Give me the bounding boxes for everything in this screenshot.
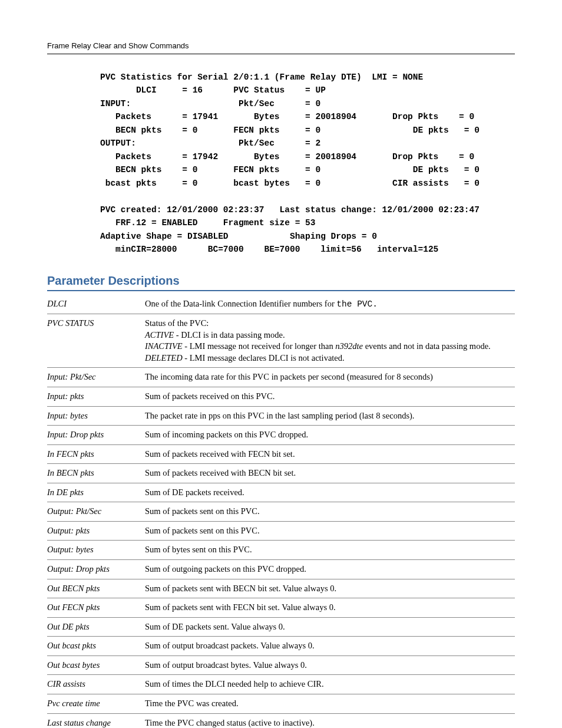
param-description: Time the PVC was created.: [145, 694, 515, 713]
param-name: Out BECN pkts: [47, 579, 145, 598]
param-description: Sum of packets sent with BECN bit set. V…: [145, 579, 515, 598]
param-name: In BECN pkts: [47, 464, 145, 483]
parameter-table: DLCIOne of the Data-link Connection Iden…: [47, 295, 515, 728]
code-line: BECN pkts = 0 FECN pkts = 0 DE pkts = 0: [100, 126, 480, 135]
running-head: Frame Relay Clear and Show Commands: [47, 41, 515, 54]
table-row: Out FECN pktsSum of packets sent with FE…: [47, 598, 515, 618]
table-row: Out bcast pktsSum of output broadcast pa…: [47, 637, 515, 656]
code-line: PVC created: 12/01/2000 02:23:37 Last st…: [100, 205, 480, 215]
code-line: Packets = 17941 Bytes = 20018904 Drop Pk…: [100, 112, 474, 121]
param-description: Sum of packets sent on this PVC.: [145, 502, 515, 522]
param-name: Input: Drop pkts: [47, 426, 145, 445]
param-name: In DE pkts: [47, 483, 145, 502]
table-row: In BECN pktsSum of packets received with…: [47, 464, 515, 483]
param-description: Time the PVC changed status (active to i…: [145, 713, 515, 728]
param-name: DLCI: [47, 295, 145, 314]
table-row: Input: pktsSum of packets received on th…: [47, 387, 515, 406]
param-name: Out bcast pkts: [47, 637, 145, 656]
code-line: bcast pkts = 0 bcast bytes = 0 CIR assis…: [100, 179, 480, 188]
code-line: INPUT: Pkt/Sec = 0: [100, 99, 320, 108]
code-output-block: PVC Statistics for Serial 2/0:1.1 (Frame…: [100, 71, 515, 256]
table-row: Output: bytesSum of bytes sent on this P…: [47, 541, 515, 560]
table-row: Pvc create timeTime the PVC was created.: [47, 694, 515, 713]
section-heading: Parameter Descriptions: [47, 274, 515, 291]
table-row: Out BECN pktsSum of packets sent with BE…: [47, 579, 515, 598]
param-description: Sum of packets received with FECN bit se…: [145, 444, 515, 464]
table-row: Input: Pkt/SecThe incoming data rate for…: [47, 368, 515, 387]
table-row: DLCIOne of the Data-link Connection Iden…: [47, 295, 515, 314]
table-row: Input: bytesThe packet rate in pps on th…: [47, 406, 515, 426]
code-line: Adaptive Shape = DISABLED Shaping Drops …: [100, 232, 377, 241]
table-row: Output: Pkt/SecSum of packets sent on th…: [47, 502, 515, 522]
param-name: Out bcast bytes: [47, 655, 145, 675]
param-description: The packet rate in pps on this PVC in th…: [145, 406, 515, 426]
param-description: Status of the PVC:ACTIVE - DLCI is in da…: [145, 314, 515, 368]
param-description: Sum of DE packets sent. Value always 0.: [145, 617, 515, 637]
table-row: In DE pktsSum of DE packets received.: [47, 483, 515, 502]
param-description: The incoming data rate for this PVC in p…: [145, 368, 515, 387]
table-row: Out bcast bytesSum of output broadcast b…: [47, 655, 515, 675]
code-line: DLCI = 16 PVC Status = UP: [100, 85, 326, 95]
param-name: Output: Pkt/Sec: [47, 502, 145, 522]
param-description: Sum of output broadcast packets. Value a…: [145, 637, 515, 656]
param-name: Input: pkts: [47, 387, 145, 406]
param-description: Sum of packets sent on this PVC.: [145, 521, 515, 541]
param-name: Output: bytes: [47, 541, 145, 560]
param-description: Sum of incoming packets on this PVC drop…: [145, 426, 515, 445]
param-name: Output: Drop pkts: [47, 560, 145, 579]
page: Frame Relay Clear and Show Commands PVC …: [0, 0, 562, 728]
table-row: PVC STATUSStatus of the PVC:ACTIVE - DLC…: [47, 314, 515, 368]
code-line: FRF.12 = ENABLED Fragment size = 53: [100, 218, 315, 228]
table-row: Out DE pktsSum of DE packets sent. Value…: [47, 617, 515, 637]
table-row: Input: Drop pktsSum of incoming packets …: [47, 426, 515, 445]
param-description: One of the Data-link Connection Identifi…: [145, 295, 515, 314]
code-line: OUTPUT: Pkt/Sec = 2: [100, 139, 320, 148]
param-description: Sum of packets received with BECN bit se…: [145, 464, 515, 483]
param-name: CIR assists: [47, 675, 145, 694]
code-line: PVC Statistics for Serial 2/0:1.1 (Frame…: [100, 73, 423, 82]
param-name: Pvc create time: [47, 694, 145, 713]
param-name: Input: Pkt/Sec: [47, 368, 145, 387]
param-name: Input: bytes: [47, 406, 145, 426]
table-row: Output: pktsSum of packets sent on this …: [47, 521, 515, 541]
table-row: Last status changeTime the PVC changed s…: [47, 713, 515, 728]
param-name: Out DE pkts: [47, 617, 145, 637]
table-row: Output: Drop pktsSum of outgoing packets…: [47, 560, 515, 579]
param-description: Sum of packets sent with FECN bit set. V…: [145, 598, 515, 618]
param-name: Output: pkts: [47, 521, 145, 541]
param-name: Out FECN pkts: [47, 598, 145, 618]
table-row: In FECN pktsSum of packets received with…: [47, 444, 515, 464]
code-line: minCIR=28000 BC=7000 BE=7000 limit=56 in…: [100, 245, 438, 254]
param-description: Sum of packets received on this PVC.: [145, 387, 515, 406]
code-line: BECN pkts = 0 FECN pkts = 0 DE pkts = 0: [100, 165, 480, 174]
param-description: Sum of bytes sent on this PVC.: [145, 541, 515, 560]
param-name: In FECN pkts: [47, 444, 145, 464]
param-name: Last status change: [47, 713, 145, 728]
param-description: Sum of times the DLCI needed help to ach…: [145, 675, 515, 694]
param-description: Sum of outgoing packets on this PVC drop…: [145, 560, 515, 579]
param-description: Sum of DE packets received.: [145, 483, 515, 502]
code-line: Packets = 17942 Bytes = 20018904 Drop Pk…: [100, 152, 474, 162]
param-description: Sum of output broadcast bytes. Value alw…: [145, 655, 515, 675]
table-row: CIR assistsSum of times the DLCI needed …: [47, 675, 515, 694]
param-name: PVC STATUS: [47, 314, 145, 368]
